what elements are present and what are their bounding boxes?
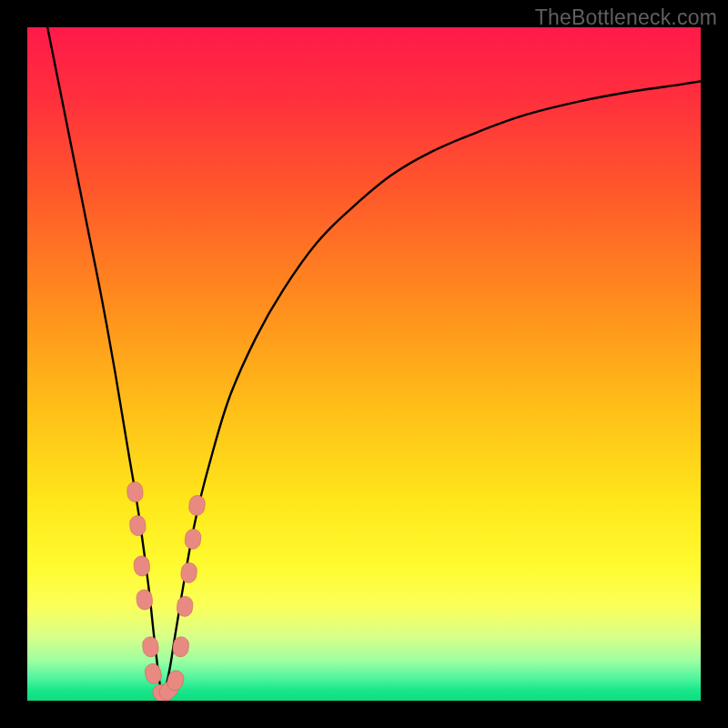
marker-pill <box>142 636 159 658</box>
watermark-text: TheBottleneck.com <box>535 5 717 30</box>
marker-pill <box>126 481 144 502</box>
curve-layer <box>27 27 701 701</box>
plot-area <box>27 27 701 701</box>
chart-frame: TheBottleneck.com <box>0 0 728 728</box>
marker-pill <box>133 555 150 576</box>
marker-pill <box>180 561 198 583</box>
marker-pill <box>136 589 153 611</box>
marker-pill <box>129 515 147 536</box>
marker-pill <box>188 494 207 516</box>
marker-pill <box>184 528 202 550</box>
marker-pill <box>177 596 194 618</box>
